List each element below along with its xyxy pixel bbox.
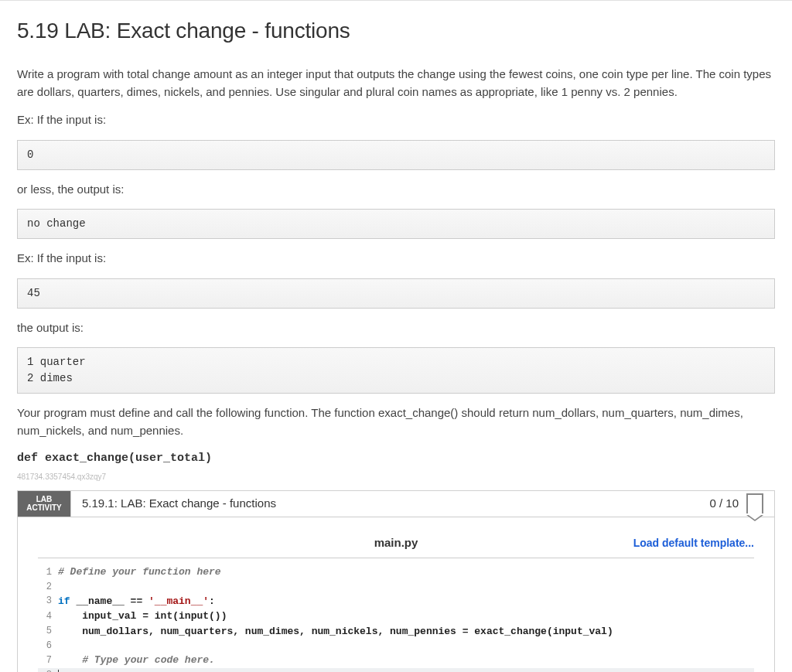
lab-activity-panel: LAB ACTIVITY 5.19.1: LAB: Exact change -… [17,490,775,673]
lab-score-value: 0 / 10 [709,495,739,513]
example-label-2: Ex: If the input is: [17,250,775,268]
code-line[interactable]: 3if __name__ == '__main__': [38,594,754,609]
lab-header: LAB ACTIVITY 5.19.1: LAB: Exact change -… [18,491,774,517]
example-after-2: the output is: [17,319,775,337]
lab-body: main.py Load default template... 1# Defi… [18,517,774,673]
page-title: 5.19 LAB: Exact change - functions [17,15,775,47]
code-content[interactable]: # Type your code here. [56,653,754,668]
code-line[interactable]: 8 [38,668,754,673]
intro-paragraph: Write a program with total change amount… [17,66,775,101]
example-box-input-45: 45 [17,278,775,309]
question-id: 481734.3357454.qx3zqy7 [17,471,775,483]
code-line[interactable]: 6 [38,639,754,653]
example-label-1: Ex: If the input is: [17,111,775,129]
filename-label: main.py [277,534,516,552]
file-header: main.py Load default template... [38,534,754,559]
line-number: 2 [38,580,56,594]
example-box-output-coins: 1 quarter 2 dimes [17,347,775,394]
line-number: 5 [38,624,56,638]
code-editor[interactable]: 1# Define your function here23if __name_… [38,565,754,672]
function-requirement: Your program must define and call the fo… [17,404,775,439]
function-definition: def exact_change(user_total) [17,450,775,468]
code-line[interactable]: 1# Define your function here [38,565,754,580]
code-content[interactable]: input_val = int(input()) [56,609,754,624]
lab-tab-line1: LAB [24,495,64,504]
line-number: 7 [38,653,56,667]
code-content[interactable] [56,668,754,673]
code-line[interactable]: 5 num_dollars, num_quarters, num_dimes, … [38,624,754,640]
line-number: 4 [38,609,56,623]
example-box-input-0: 0 [17,140,775,170]
lab-score-area: 0 / 10 [698,491,774,517]
code-line[interactable]: 4 input_val = int(input()) [38,609,754,624]
line-number: 1 [38,565,56,579]
load-default-template-link[interactable]: Load default template... [515,535,754,551]
line-number: 3 [38,594,56,608]
lab-activity-tab: LAB ACTIVITY [18,491,70,517]
line-number: 8 [38,668,56,672]
page-container: 5.19 LAB: Exact change - functions Write… [0,0,792,672]
lab-title: 5.19.1: LAB: Exact change - functions [70,491,698,517]
code-content[interactable]: num_dollars, num_quarters, num_dimes, nu… [56,624,754,640]
code-content[interactable]: if __name__ == '__main__': [56,594,754,609]
line-number: 6 [38,639,56,653]
bookmark-icon[interactable] [746,493,763,513]
code-line[interactable]: 2 [38,580,754,594]
example-box-no-change: no change [17,209,775,239]
code-line[interactable]: 7 # Type your code here. [38,653,754,668]
example-after-1: or less, the output is: [17,181,775,199]
code-content[interactable]: # Define your function here [56,565,754,580]
lab-tab-line2: ACTIVITY [24,503,64,513]
